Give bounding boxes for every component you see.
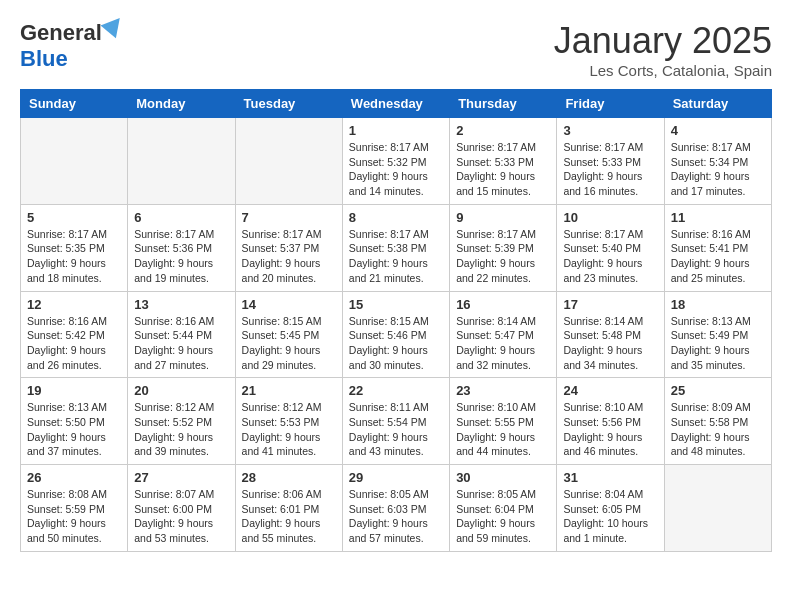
day-info: Sunrise: 8:17 AMSunset: 5:38 PMDaylight:… xyxy=(349,227,443,286)
calendar-cell: 5Sunrise: 8:17 AMSunset: 5:35 PMDaylight… xyxy=(21,204,128,291)
day-number: 3 xyxy=(563,123,657,138)
day-number: 2 xyxy=(456,123,550,138)
day-number: 21 xyxy=(242,383,336,398)
day-number: 25 xyxy=(671,383,765,398)
day-number: 28 xyxy=(242,470,336,485)
calendar-cell: 8Sunrise: 8:17 AMSunset: 5:38 PMDaylight… xyxy=(342,204,449,291)
calendar-cell: 31Sunrise: 8:04 AMSunset: 6:05 PMDayligh… xyxy=(557,465,664,552)
day-info: Sunrise: 8:16 AMSunset: 5:42 PMDaylight:… xyxy=(27,314,121,373)
day-info: Sunrise: 8:09 AMSunset: 5:58 PMDaylight:… xyxy=(671,400,765,459)
calendar-cell: 30Sunrise: 8:05 AMSunset: 6:04 PMDayligh… xyxy=(450,465,557,552)
day-info: Sunrise: 8:16 AMSunset: 5:41 PMDaylight:… xyxy=(671,227,765,286)
day-number: 24 xyxy=(563,383,657,398)
calendar-week-row: 26Sunrise: 8:08 AMSunset: 5:59 PMDayligh… xyxy=(21,465,772,552)
day-number: 20 xyxy=(134,383,228,398)
weekday-header-friday: Friday xyxy=(557,90,664,118)
day-info: Sunrise: 8:17 AMSunset: 5:33 PMDaylight:… xyxy=(563,140,657,199)
calendar-week-row: 19Sunrise: 8:13 AMSunset: 5:50 PMDayligh… xyxy=(21,378,772,465)
day-number: 29 xyxy=(349,470,443,485)
month-title: January 2025 xyxy=(554,20,772,62)
weekday-header-sunday: Sunday xyxy=(21,90,128,118)
calendar-cell: 14Sunrise: 8:15 AMSunset: 5:45 PMDayligh… xyxy=(235,291,342,378)
page-header: General Blue January 2025 Les Corts, Cat… xyxy=(20,20,772,79)
calendar-cell: 10Sunrise: 8:17 AMSunset: 5:40 PMDayligh… xyxy=(557,204,664,291)
day-info: Sunrise: 8:07 AMSunset: 6:00 PMDaylight:… xyxy=(134,487,228,546)
day-number: 9 xyxy=(456,210,550,225)
calendar-cell: 2Sunrise: 8:17 AMSunset: 5:33 PMDaylight… xyxy=(450,118,557,205)
day-number: 11 xyxy=(671,210,765,225)
day-number: 10 xyxy=(563,210,657,225)
day-info: Sunrise: 8:05 AMSunset: 6:03 PMDaylight:… xyxy=(349,487,443,546)
calendar-cell: 24Sunrise: 8:10 AMSunset: 5:56 PMDayligh… xyxy=(557,378,664,465)
calendar-cell: 28Sunrise: 8:06 AMSunset: 6:01 PMDayligh… xyxy=(235,465,342,552)
calendar-cell: 23Sunrise: 8:10 AMSunset: 5:55 PMDayligh… xyxy=(450,378,557,465)
day-number: 1 xyxy=(349,123,443,138)
day-info: Sunrise: 8:06 AMSunset: 6:01 PMDaylight:… xyxy=(242,487,336,546)
calendar-cell xyxy=(21,118,128,205)
calendar-cell: 4Sunrise: 8:17 AMSunset: 5:34 PMDaylight… xyxy=(664,118,771,205)
calendar-cell: 27Sunrise: 8:07 AMSunset: 6:00 PMDayligh… xyxy=(128,465,235,552)
calendar-cell: 3Sunrise: 8:17 AMSunset: 5:33 PMDaylight… xyxy=(557,118,664,205)
day-number: 27 xyxy=(134,470,228,485)
weekday-header-thursday: Thursday xyxy=(450,90,557,118)
day-info: Sunrise: 8:17 AMSunset: 5:37 PMDaylight:… xyxy=(242,227,336,286)
logo: General Blue xyxy=(20,20,124,72)
day-info: Sunrise: 8:17 AMSunset: 5:36 PMDaylight:… xyxy=(134,227,228,286)
day-number: 31 xyxy=(563,470,657,485)
logo-blue-text: Blue xyxy=(20,46,68,72)
weekday-header-saturday: Saturday xyxy=(664,90,771,118)
day-info: Sunrise: 8:05 AMSunset: 6:04 PMDaylight:… xyxy=(456,487,550,546)
day-info: Sunrise: 8:17 AMSunset: 5:33 PMDaylight:… xyxy=(456,140,550,199)
logo-general-text: General xyxy=(20,20,102,46)
calendar-cell xyxy=(128,118,235,205)
calendar-cell: 6Sunrise: 8:17 AMSunset: 5:36 PMDaylight… xyxy=(128,204,235,291)
calendar-cell: 9Sunrise: 8:17 AMSunset: 5:39 PMDaylight… xyxy=(450,204,557,291)
day-info: Sunrise: 8:12 AMSunset: 5:53 PMDaylight:… xyxy=(242,400,336,459)
day-number: 22 xyxy=(349,383,443,398)
day-number: 6 xyxy=(134,210,228,225)
calendar-cell: 19Sunrise: 8:13 AMSunset: 5:50 PMDayligh… xyxy=(21,378,128,465)
logo-triangle-icon xyxy=(100,12,127,39)
calendar-cell: 29Sunrise: 8:05 AMSunset: 6:03 PMDayligh… xyxy=(342,465,449,552)
calendar-cell: 13Sunrise: 8:16 AMSunset: 5:44 PMDayligh… xyxy=(128,291,235,378)
day-info: Sunrise: 8:10 AMSunset: 5:56 PMDaylight:… xyxy=(563,400,657,459)
weekday-header-wednesday: Wednesday xyxy=(342,90,449,118)
calendar-cell: 1Sunrise: 8:17 AMSunset: 5:32 PMDaylight… xyxy=(342,118,449,205)
day-number: 4 xyxy=(671,123,765,138)
calendar-cell xyxy=(235,118,342,205)
day-info: Sunrise: 8:15 AMSunset: 5:45 PMDaylight:… xyxy=(242,314,336,373)
day-info: Sunrise: 8:08 AMSunset: 5:59 PMDaylight:… xyxy=(27,487,121,546)
day-info: Sunrise: 8:04 AMSunset: 6:05 PMDaylight:… xyxy=(563,487,657,546)
day-info: Sunrise: 8:15 AMSunset: 5:46 PMDaylight:… xyxy=(349,314,443,373)
day-number: 12 xyxy=(27,297,121,312)
calendar-cell: 12Sunrise: 8:16 AMSunset: 5:42 PMDayligh… xyxy=(21,291,128,378)
calendar-cell: 16Sunrise: 8:14 AMSunset: 5:47 PMDayligh… xyxy=(450,291,557,378)
calendar-cell: 11Sunrise: 8:16 AMSunset: 5:41 PMDayligh… xyxy=(664,204,771,291)
day-info: Sunrise: 8:14 AMSunset: 5:48 PMDaylight:… xyxy=(563,314,657,373)
day-number: 7 xyxy=(242,210,336,225)
day-info: Sunrise: 8:11 AMSunset: 5:54 PMDaylight:… xyxy=(349,400,443,459)
location-text: Les Corts, Catalonia, Spain xyxy=(554,62,772,79)
day-info: Sunrise: 8:17 AMSunset: 5:40 PMDaylight:… xyxy=(563,227,657,286)
day-number: 15 xyxy=(349,297,443,312)
weekday-header-tuesday: Tuesday xyxy=(235,90,342,118)
calendar-cell: 25Sunrise: 8:09 AMSunset: 5:58 PMDayligh… xyxy=(664,378,771,465)
day-info: Sunrise: 8:10 AMSunset: 5:55 PMDaylight:… xyxy=(456,400,550,459)
day-info: Sunrise: 8:13 AMSunset: 5:50 PMDaylight:… xyxy=(27,400,121,459)
day-number: 13 xyxy=(134,297,228,312)
calendar-cell: 18Sunrise: 8:13 AMSunset: 5:49 PMDayligh… xyxy=(664,291,771,378)
day-info: Sunrise: 8:17 AMSunset: 5:34 PMDaylight:… xyxy=(671,140,765,199)
calendar-cell: 15Sunrise: 8:15 AMSunset: 5:46 PMDayligh… xyxy=(342,291,449,378)
calendar-cell xyxy=(664,465,771,552)
calendar-week-row: 5Sunrise: 8:17 AMSunset: 5:35 PMDaylight… xyxy=(21,204,772,291)
day-info: Sunrise: 8:13 AMSunset: 5:49 PMDaylight:… xyxy=(671,314,765,373)
calendar-table: SundayMondayTuesdayWednesdayThursdayFrid… xyxy=(20,89,772,552)
calendar-header-row: SundayMondayTuesdayWednesdayThursdayFrid… xyxy=(21,90,772,118)
calendar-cell: 7Sunrise: 8:17 AMSunset: 5:37 PMDaylight… xyxy=(235,204,342,291)
day-info: Sunrise: 8:17 AMSunset: 5:35 PMDaylight:… xyxy=(27,227,121,286)
day-number: 18 xyxy=(671,297,765,312)
calendar-cell: 22Sunrise: 8:11 AMSunset: 5:54 PMDayligh… xyxy=(342,378,449,465)
day-number: 5 xyxy=(27,210,121,225)
day-info: Sunrise: 8:14 AMSunset: 5:47 PMDaylight:… xyxy=(456,314,550,373)
calendar-week-row: 12Sunrise: 8:16 AMSunset: 5:42 PMDayligh… xyxy=(21,291,772,378)
